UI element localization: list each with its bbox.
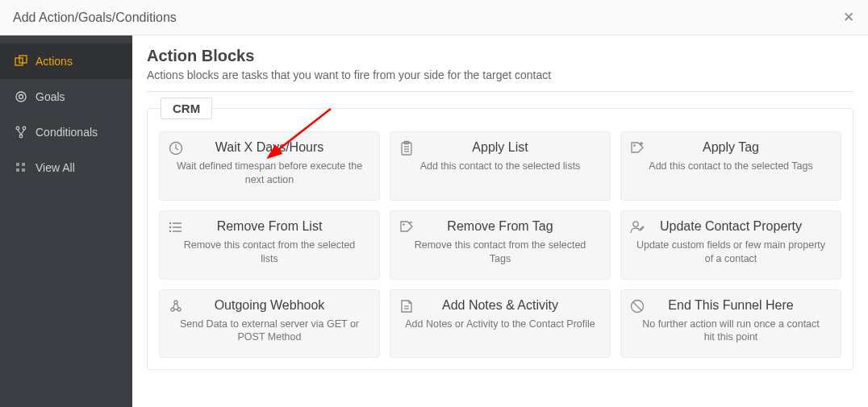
user-edit-icon xyxy=(629,219,645,235)
sidebar-item-goals[interactable]: Goals xyxy=(0,79,132,114)
card-outgoing-webhook[interactable]: Outgoing Webhook Send Data to external s… xyxy=(159,289,380,359)
card-desc: Wait defined timespan before execute the… xyxy=(169,160,369,187)
divider xyxy=(147,91,853,92)
clock-icon xyxy=(168,140,184,156)
grid-icon xyxy=(15,161,27,174)
card-desc: Send Data to external server via GET or … xyxy=(169,318,369,345)
card-update-contact-property[interactable]: Update Contact Property Update custom fi… xyxy=(620,210,841,280)
card-remove-from-tag[interactable]: Remove From Tag Remove this contact from… xyxy=(390,210,611,280)
modal-body: Actions Goals Conditionals View All Acti… xyxy=(0,35,868,407)
sidebar: Actions Goals Conditionals View All xyxy=(0,35,132,407)
card-desc: Add this contact to the selected lists xyxy=(400,160,600,173)
sidebar-item-actions[interactable]: Actions xyxy=(0,44,132,79)
card-desc: Remove this contact from the selected li… xyxy=(169,239,369,266)
sidebar-item-view-all[interactable]: View All xyxy=(0,150,132,185)
card-apply-list[interactable]: Apply List Add this contact to the selec… xyxy=(390,131,611,201)
sidebar-item-conditionals[interactable]: Conditionals xyxy=(0,114,132,150)
overlap-squares-icon xyxy=(15,55,27,68)
modal-header: Add Action/Goals/Conditions ✕ xyxy=(0,0,868,35)
svg-line-33 xyxy=(633,301,642,310)
svg-point-21 xyxy=(169,222,171,224)
card-title: Apply List xyxy=(400,140,600,155)
tag-plus-icon xyxy=(629,140,645,156)
svg-point-5 xyxy=(23,127,26,130)
card-wait-x-days[interactable]: Wait X Days/Hours Wait defined timespan … xyxy=(159,131,380,201)
card-remove-from-list[interactable]: Remove From List Remove this contact fro… xyxy=(159,210,380,280)
webhook-icon xyxy=(168,298,184,314)
no-entry-icon xyxy=(629,298,645,314)
svg-point-6 xyxy=(19,135,23,138)
card-title: Outgoing Webhook xyxy=(169,298,369,313)
card-add-notes-activity[interactable]: Add Notes & Activity Add Notes or Activi… xyxy=(390,289,611,359)
svg-rect-9 xyxy=(16,168,19,172)
close-button[interactable]: ✕ xyxy=(839,8,858,27)
svg-point-24 xyxy=(403,223,404,225)
svg-rect-8 xyxy=(22,163,25,166)
svg-point-2 xyxy=(16,92,26,102)
card-title: Wait X Days/Hours xyxy=(169,140,369,155)
card-desc: No further action will run once a contac… xyxy=(631,318,831,345)
svg-point-22 xyxy=(169,226,171,228)
card-title: End This Funnel Here xyxy=(631,298,831,313)
svg-point-28 xyxy=(177,308,181,311)
sidebar-item-label: View All xyxy=(35,161,75,174)
section-title: Action Blocks xyxy=(147,47,853,65)
svg-point-27 xyxy=(171,308,174,311)
close-icon: ✕ xyxy=(843,9,854,26)
svg-point-4 xyxy=(16,127,19,130)
crm-group-label: CRM xyxy=(161,98,212,119)
note-icon xyxy=(399,298,415,314)
card-desc: Update custom fields or few main propert… xyxy=(631,239,831,266)
svg-point-17 xyxy=(633,144,635,146)
card-desc: Add Notes or Activity to the Contact Pro… xyxy=(400,318,600,331)
branch-icon xyxy=(15,126,27,139)
sidebar-item-label: Conditionals xyxy=(35,126,98,139)
card-title: Apply Tag xyxy=(631,140,831,155)
card-title: Update Contact Property xyxy=(631,219,831,234)
target-icon xyxy=(15,90,27,103)
svg-point-26 xyxy=(633,222,638,226)
sidebar-item-label: Actions xyxy=(35,55,73,68)
modal-title: Add Action/Goals/Conditions xyxy=(13,10,177,25)
card-apply-tag[interactable]: Apply Tag Add this contact to the select… xyxy=(620,131,841,201)
svg-point-23 xyxy=(169,230,171,232)
sidebar-item-label: Goals xyxy=(35,90,65,103)
card-desc: Remove this contact from the selected Ta… xyxy=(400,239,600,266)
section-subtitle: Actions blocks are tasks that you want t… xyxy=(147,69,853,81)
card-title: Remove From Tag xyxy=(400,219,600,234)
tag-minus-icon xyxy=(399,219,415,235)
crm-group: CRM Wait X Days/Hours Wait defined times… xyxy=(147,108,853,370)
main-panel: Action Blocks Actions blocks are tasks t… xyxy=(132,35,868,407)
card-title: Remove From List xyxy=(169,219,369,234)
list-remove-icon xyxy=(168,219,184,235)
clipboard-list-icon xyxy=(399,140,415,156)
svg-point-3 xyxy=(19,95,23,99)
card-grid: Wait X Days/Hours Wait defined timespan … xyxy=(159,131,841,358)
card-end-funnel[interactable]: End This Funnel Here No further action w… xyxy=(620,289,841,359)
svg-rect-7 xyxy=(16,163,19,166)
svg-rect-10 xyxy=(22,168,25,172)
card-desc: Add this contact to the selected Tags xyxy=(631,160,831,173)
card-title: Add Notes & Activity xyxy=(400,298,600,313)
